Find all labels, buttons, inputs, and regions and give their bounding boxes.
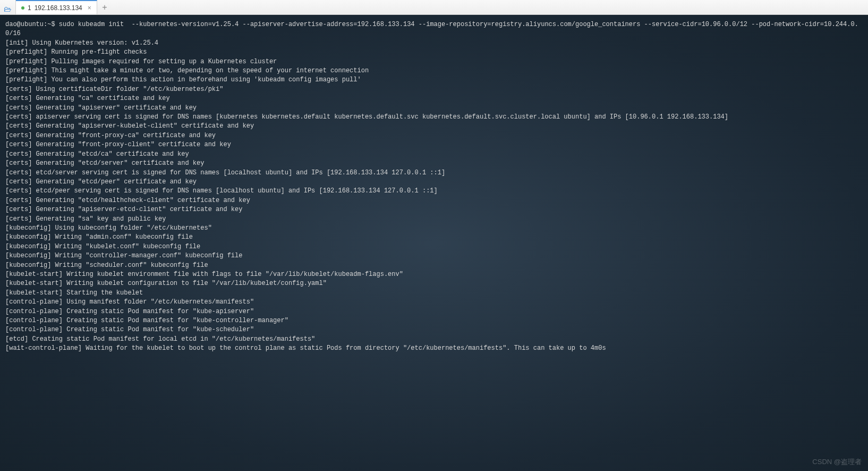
terminal-output: [init] Using Kubernetes version: v1.25.4… bbox=[5, 39, 728, 352]
terminal-pane[interactable]: dao@ubuntu:~$ sudo kubeadm init --kubern… bbox=[0, 15, 868, 471]
terminal-prompt: dao@ubuntu:~$ bbox=[5, 21, 55, 28]
folder-icon bbox=[4, 4, 12, 11]
tab-session-1[interactable]: 1 192.168.133.134 × bbox=[16, 0, 97, 14]
terminal-command: sudo kubeadm init --kubernetes-version=v… bbox=[5, 21, 858, 37]
tab-title: 192.168.133.134 bbox=[35, 4, 82, 12]
tab-folder-button[interactable] bbox=[0, 0, 16, 14]
status-dot-icon bbox=[21, 6, 24, 10]
tab-number: 1 bbox=[28, 4, 31, 12]
tab-bar: 1 192.168.133.134 × + bbox=[0, 0, 868, 15]
close-icon[interactable]: × bbox=[88, 4, 91, 12]
terminal-content: dao@ubuntu:~$ sudo kubeadm init --kubern… bbox=[5, 20, 863, 354]
add-tab-button[interactable]: + bbox=[97, 0, 112, 14]
watermark: CSDN @盗理者 bbox=[812, 457, 862, 467]
